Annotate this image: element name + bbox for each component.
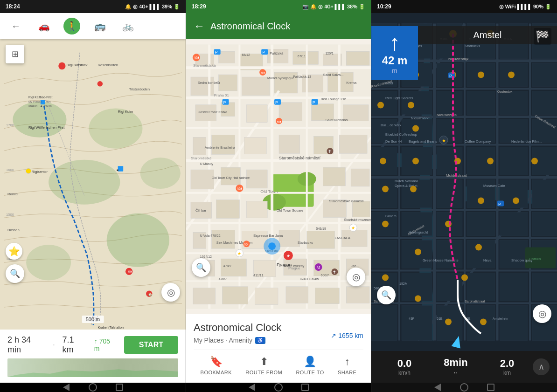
- svg-text:Dutch National: Dutch National: [395, 179, 418, 183]
- svg-text:De Son 44: De Son 44: [385, 139, 402, 144]
- search-button-3[interactable]: 🔍: [377, 286, 396, 304]
- search-icon-2: 🔍: [196, 262, 206, 273]
- svg-text:Prague: Prague: [277, 262, 292, 267]
- android-back-3[interactable]: [434, 384, 441, 391]
- location-button-3[interactable]: ◎: [533, 304, 551, 323]
- bookmark-action[interactable]: 🔖 BOOKMARK: [201, 356, 232, 375]
- svg-point-327: [382, 275, 389, 281]
- route-elevation: ↑ 705 m: [94, 337, 117, 352]
- svg-rect-252: [467, 273, 495, 301]
- svg-text:Bluebird Coffeeshop: Bluebird Coffeeshop: [385, 132, 417, 137]
- svg-text:Jaz...: Jaz...: [351, 264, 359, 268]
- svg-text:★: ★: [351, 226, 355, 230]
- battery-icon-3: 🔋: [545, 4, 551, 10]
- svg-point-19: [26, 168, 31, 174]
- place-title: Astronomical Clock: [194, 322, 331, 334]
- svg-text:411/11: 411/11: [253, 274, 263, 277]
- android-home-3[interactable]: [460, 383, 468, 392]
- layers-button[interactable]: ⊞: [6, 45, 24, 63]
- svg-text:Rigisentor: Rigisentor: [32, 170, 48, 174]
- android-home-1[interactable]: [89, 383, 97, 392]
- svg-rect-236: [532, 180, 557, 208]
- share-icon: ↑: [345, 356, 350, 368]
- android-recents-2[interactable]: [301, 384, 309, 391]
- place-distance: ↗ 1655 km: [331, 332, 363, 339]
- svg-text:824/3   1094/5: 824/3 1094/5: [300, 277, 319, 281]
- svg-point-319: [382, 186, 389, 193]
- svg-text:P: P: [313, 100, 315, 105]
- share-label: SHARE: [338, 370, 356, 375]
- svg-text:Krabel (Talstation: Krabel (Talstation: [98, 326, 124, 330]
- back-button[interactable]: ←: [7, 18, 24, 34]
- walk-tab[interactable]: 🚶: [63, 18, 80, 34]
- svg-text:★: ★: [442, 138, 446, 143]
- svg-text:Tristenboden: Tristenboden: [129, 87, 150, 91]
- svg-rect-105: [255, 288, 278, 305]
- svg-point-321: [478, 198, 484, 204]
- svg-point-315: [412, 158, 419, 165]
- android-back-1[interactable]: [63, 384, 70, 391]
- alarm-icon: 🔔: [125, 4, 132, 10]
- nav-distance-unit: m: [392, 67, 397, 75]
- location-button-2[interactable]: ◎: [347, 268, 365, 286]
- route-to-action[interactable]: 👤 ROUTE TO: [296, 356, 324, 375]
- status-bar-2: 18:29 📷 🔔 ◎ 4G+ ▌▌▌ 38% 🔋: [186, 0, 371, 13]
- android-recents-1[interactable]: [116, 384, 123, 391]
- svg-text:Nieuwmarkt: Nieuwmarkt: [411, 116, 430, 120]
- svg-text:1700: 1700: [6, 123, 14, 127]
- route-from-icon: ⬆: [260, 356, 268, 368]
- android-nav-3: [371, 383, 557, 392]
- svg-text:1500: 1500: [6, 213, 14, 217]
- bike-tab[interactable]: 🚲: [119, 18, 136, 34]
- map-area-3[interactable]: ↑ 42 m m Amstel 🏁: [371, 13, 557, 351]
- share-action[interactable]: ↑ SHARE: [338, 356, 356, 375]
- svg-text:P: P: [262, 50, 265, 55]
- nav-chevron-up[interactable]: ∧: [533, 358, 550, 375]
- svg-text:🍽: 🍽: [195, 55, 199, 60]
- back-button-2[interactable]: ←: [194, 20, 205, 33]
- svg-text:Pařížská: Pařížská: [270, 51, 284, 55]
- search-button-2[interactable]: 🔍: [192, 258, 210, 277]
- svg-text:1600: 1600: [6, 168, 14, 172]
- map-area-1[interactable]: 1600 1500 1400 1700 Rigi Rotstock Rigi K…: [0, 39, 186, 330]
- location-button-1[interactable]: ◎: [161, 283, 180, 302]
- nav-stat-speed: 0.0 km/h: [379, 358, 430, 376]
- android-recents-3[interactable]: [487, 384, 494, 391]
- target-icon-1: ◎: [167, 287, 175, 298]
- svg-text:Espresso Bar Jana: Espresso Bar Jana: [253, 234, 283, 238]
- svg-rect-88: [246, 201, 267, 218]
- svg-point-325: [475, 244, 482, 251]
- route-from-action[interactable]: ⬆ ROUTE FROM: [245, 356, 282, 375]
- svg-text:Bed Lounge 216...: Bed Lounge 216...: [321, 97, 349, 101]
- nav-arrow-box: ↑ 42 m m: [371, 26, 418, 80]
- android-back-2[interactable]: [249, 384, 255, 391]
- nav-eta-value: 8min: [444, 357, 467, 369]
- android-home-2[interactable]: [274, 383, 283, 392]
- svg-text:Čili bar: Čili bar: [195, 208, 207, 213]
- svg-rect-34: [118, 166, 124, 172]
- star-button-1[interactable]: ⭐: [6, 243, 22, 260]
- svg-text:Rigi Kaltbad-First: Rigi Kaltbad-First: [28, 96, 52, 99]
- car-tab[interactable]: 🚗: [35, 18, 52, 34]
- svg-rect-94: [279, 230, 300, 247]
- svg-rect-106: [286, 287, 308, 303]
- svg-text:Latei: Latei: [385, 81, 393, 85]
- route-distance: 7.1 km: [63, 335, 87, 355]
- svg-text:U Maruty: U Maruty: [200, 162, 214, 166]
- svg-text:■: ■: [117, 168, 118, 172]
- svg-text:🍽: 🍽: [261, 71, 265, 75]
- transit-tab[interactable]: 🚌: [91, 18, 108, 34]
- camera-icon: 📷: [302, 4, 309, 10]
- elevation-chart: [7, 358, 178, 377]
- star-icon-1: ⭐: [8, 246, 20, 257]
- search-button-1[interactable]: 🔍: [6, 264, 24, 283]
- svg-text:Rosenboden: Rosenboden: [98, 63, 118, 67]
- start-button[interactable]: START: [124, 336, 178, 354]
- nav-speed-unit: km/h: [398, 370, 411, 376]
- svg-text:Sarphatistraat: Sarphatistraat: [465, 300, 485, 303]
- map-area-2[interactable]: Staroměstská Praha 01 Staroměstké Starom…: [186, 39, 371, 314]
- signal-icon-3: ▌▌▌▌: [517, 4, 532, 9]
- svg-text:Praha 01: Praha 01: [214, 93, 230, 97]
- nav-dist-unit: km: [503, 370, 511, 376]
- svg-text:Sedm konšelů: Sedm konšelů: [198, 81, 220, 85]
